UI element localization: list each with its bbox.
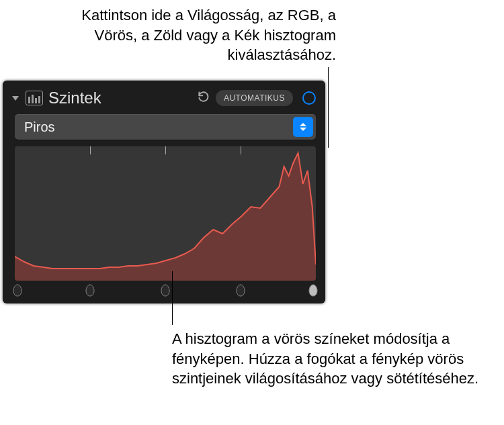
level-handle[interactable] <box>235 283 246 297</box>
histogram-icon <box>26 91 43 105</box>
level-handle[interactable] <box>160 283 171 297</box>
disclosure-triangle-icon[interactable] <box>12 96 19 101</box>
enable-toggle-icon[interactable] <box>302 91 316 105</box>
channel-dropdown-label: Piros <box>15 120 293 135</box>
level-handles-track <box>15 283 316 298</box>
levels-panel: Szintek AUTOMATIKUS Piros <box>3 81 325 303</box>
callout-top-leader <box>328 67 329 148</box>
auto-button[interactable]: AUTOMATIKUS <box>216 90 293 106</box>
panel-title: Szintek <box>48 89 192 107</box>
level-handle[interactable] <box>85 283 95 297</box>
callout-bottom: A hisztogram a vörös színeket módosítja … <box>172 329 488 389</box>
histogram-chart <box>15 146 316 281</box>
level-handle[interactable] <box>12 283 23 297</box>
channel-dropdown[interactable]: Piros <box>15 114 316 140</box>
level-handle[interactable] <box>308 283 319 297</box>
panel-header: Szintek AUTOMATIKUS <box>3 81 325 114</box>
histogram-plot <box>15 146 316 281</box>
callout-top: Kattintson ide a Világosság, az RGB, a V… <box>40 5 336 65</box>
callout-bottom-leader <box>172 271 173 325</box>
dropdown-stepper-icon[interactable] <box>293 117 313 137</box>
undo-icon[interactable] <box>197 90 210 106</box>
